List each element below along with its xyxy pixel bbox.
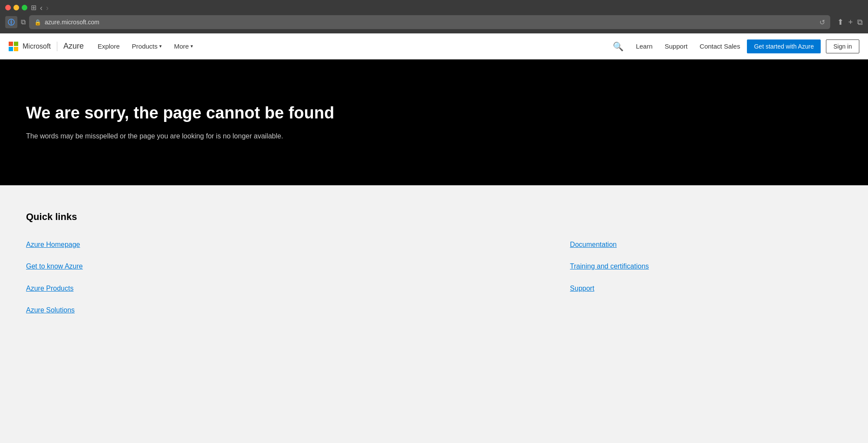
microsoft-logo — [9, 42, 18, 51]
tab-favicon — [5, 16, 17, 28]
quick-links-heading: Quick links — [26, 211, 842, 223]
website-content: Microsoft Azure Explore Products ▾ More … — [0, 33, 868, 350]
back-button[interactable]: ‹ — [40, 4, 43, 12]
reload-button[interactable]: ↺ — [819, 18, 825, 26]
error-subtitle: The words may be misspelled or the page … — [26, 131, 842, 141]
lock-icon: 🔒 — [34, 19, 41, 26]
sign-in-button[interactable]: Sign in — [826, 39, 859, 53]
quick-links-col-1: Azure Homepage Get to know Azure Azure P… — [26, 240, 298, 315]
error-hero-section: We are sorry, the page cannot be found T… — [0, 59, 868, 185]
nav-right-area: 🔍 Learn Support Contact Sales Get starte… — [608, 33, 859, 59]
azure-brand-label: Azure — [63, 42, 84, 51]
link-azure-products[interactable]: Azure Products — [26, 284, 298, 293]
link-get-to-know-azure[interactable]: Get to know Azure — [26, 262, 298, 271]
share-button[interactable]: ⬆ — [837, 17, 844, 27]
link-documentation[interactable]: Documentation — [570, 240, 842, 249]
quick-links-col-3: Documentation Training and certification… — [570, 240, 842, 315]
forward-button[interactable]: › — [46, 4, 49, 12]
new-tab-button[interactable]: + — [848, 18, 853, 27]
logo-yellow-cell — [14, 47, 18, 51]
error-title: We are sorry, the page cannot be found — [26, 103, 842, 123]
logo-red-cell — [9, 42, 13, 46]
link-support[interactable]: Support — [570, 284, 842, 293]
link-training-certifications[interactable]: Training and certifications — [570, 262, 842, 271]
pip-button[interactable]: ⧉ — [21, 19, 26, 26]
maximize-button[interactable] — [22, 5, 27, 10]
products-chevron-icon: ▾ — [159, 43, 162, 49]
browser-chrome: ⊞ ‹ › ⧉ 🔒 azure.microsoft.com ↺ ⬆ + ⧉ — [0, 0, 868, 33]
nav-support-link[interactable]: Support — [660, 33, 693, 59]
url-display: azure.microsoft.com — [45, 19, 816, 26]
logo-green-cell — [14, 42, 18, 46]
minimize-button[interactable] — [13, 5, 19, 10]
nav-contact-sales-link[interactable]: Contact Sales — [694, 33, 745, 59]
quick-links-col-2 — [298, 240, 570, 315]
search-button[interactable]: 🔍 — [608, 33, 629, 59]
nav-divider — [57, 42, 57, 51]
link-azure-homepage[interactable]: Azure Homepage — [26, 240, 298, 249]
quick-links-section: Quick links Azure Homepage Get to know A… — [0, 185, 868, 350]
link-azure-solutions[interactable]: Azure Solutions — [26, 305, 298, 315]
get-started-button[interactable]: Get started with Azure — [747, 39, 821, 53]
traffic-lights — [5, 5, 27, 10]
windows-button[interactable]: ⧉ — [857, 18, 863, 27]
search-icon: 🔍 — [613, 41, 624, 52]
address-bar[interactable]: 🔒 azure.microsoft.com ↺ — [29, 15, 830, 29]
sidebar-toggle-button[interactable]: ⊞ — [31, 3, 36, 12]
nav-links: Explore Products ▾ More ▾ — [92, 33, 608, 59]
quick-links-grid: Azure Homepage Get to know Azure Azure P… — [26, 240, 842, 315]
browser-action-buttons: ⬆ + ⧉ — [837, 17, 863, 27]
nav-products-button[interactable]: Products ▾ — [127, 33, 167, 59]
close-button[interactable] — [5, 5, 11, 10]
nav-learn-link[interactable]: Learn — [631, 33, 658, 59]
microsoft-text: Microsoft — [23, 43, 51, 50]
nav-explore-link[interactable]: Explore — [92, 33, 125, 59]
logo-blue-cell — [9, 47, 13, 51]
nav-more-button[interactable]: More ▾ — [169, 33, 198, 59]
microsoft-logo-link[interactable]: Microsoft — [9, 42, 51, 51]
more-chevron-icon: ▾ — [191, 43, 193, 49]
main-nav: Microsoft Azure Explore Products ▾ More … — [0, 33, 868, 59]
